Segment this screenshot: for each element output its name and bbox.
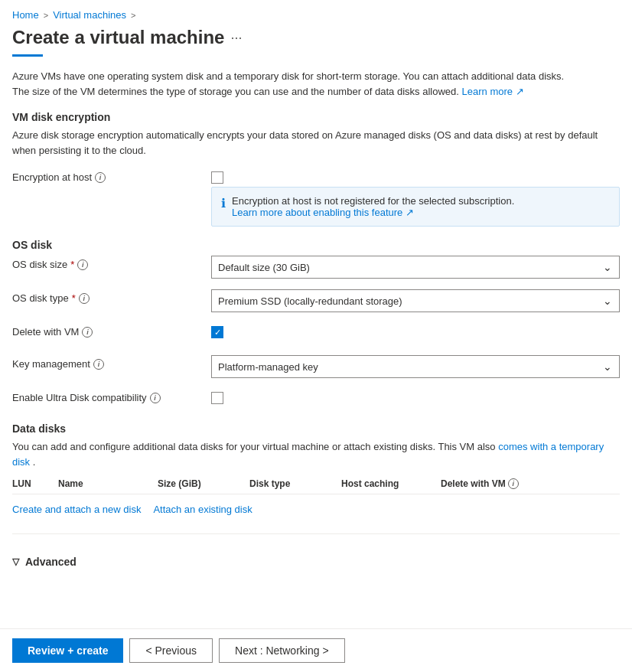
- previous-button[interactable]: < Previous: [129, 638, 213, 663]
- next-networking-button[interactable]: Next : Networking >: [219, 638, 345, 663]
- col-host-caching: Host caching: [341, 478, 441, 489]
- encryption-at-host-checkbox[interactable]: [211, 171, 223, 184]
- os-disk-section: OS disk OS disk size * i Default size (3…: [12, 239, 620, 410]
- tab-underline: [12, 54, 43, 57]
- encryption-at-host-row: Encryption at host i ℹ Encryption at hos…: [12, 168, 620, 227]
- info-box-icon: ℹ: [221, 196, 226, 210]
- footer: Review + create < Previous Next : Networ…: [0, 628, 632, 672]
- os-disk-type-select[interactable]: Premium SSD (locally-redundant storage) …: [211, 289, 620, 312]
- col-name: Name: [58, 478, 158, 489]
- delete-with-vm-label: Delete with VM i: [12, 323, 211, 338]
- key-management-row: Key management i Platform-managed key Cu…: [12, 355, 620, 378]
- delete-with-vm-checkbox[interactable]: [211, 326, 223, 338]
- key-management-control[interactable]: Platform-managed key Customer-managed ke…: [211, 355, 620, 378]
- intro-text: Azure VMs have one operating system disk…: [12, 69, 620, 99]
- os-disk-size-required: *: [70, 259, 74, 270]
- data-disks-title: Data disks: [12, 422, 620, 435]
- breadcrumb-separator-2: >: [131, 11, 135, 20]
- breadcrumb-virtual-machines[interactable]: Virtual machines: [53, 9, 126, 21]
- ultra-disk-row: Enable Ultra Disk compatibility i: [12, 389, 620, 410]
- advanced-chevron-icon: ▽: [12, 556, 19, 567]
- vm-disk-encryption-section: VM disk encryption Azure disk storage en…: [12, 111, 620, 227]
- data-disks-table-header: LUN Name Size (GiB) Disk type Host cachi…: [12, 478, 620, 494]
- delete-with-vm-col-info-icon[interactable]: i: [508, 478, 519, 489]
- os-disk-type-label: OS disk type * i: [12, 289, 211, 304]
- encryption-at-host-info-icon[interactable]: i: [95, 172, 106, 183]
- os-disk-type-info-icon[interactable]: i: [79, 293, 90, 304]
- os-disk-type-required: *: [72, 292, 76, 304]
- delete-with-vm-info-icon[interactable]: i: [82, 327, 93, 338]
- data-disks-section: Data disks You can add and configure add…: [12, 422, 620, 515]
- breadcrumb: Home > Virtual machines >: [0, 0, 632, 27]
- col-size: Size (GiB): [158, 478, 249, 489]
- create-attach-disk-link[interactable]: Create and attach a new disk: [12, 504, 141, 515]
- os-disk-type-row: OS disk type * i Premium SSD (locally-re…: [12, 289, 620, 312]
- learn-more-encryption-link[interactable]: Learn more about enabling this feature ↗: [232, 207, 414, 218]
- os-disk-size-info-icon[interactable]: i: [77, 259, 88, 270]
- delete-with-vm-row: Delete with VM i: [12, 323, 620, 344]
- col-lun: LUN: [12, 478, 58, 489]
- advanced-header[interactable]: ▽ Advanced: [12, 546, 620, 577]
- ultra-disk-info-icon[interactable]: i: [150, 393, 161, 403]
- os-disk-size-select[interactable]: Default size (30 GiB) 32 GiB (P4, S4) 64…: [211, 256, 620, 279]
- delete-with-vm-control: [211, 323, 620, 338]
- os-disk-title: OS disk: [12, 239, 620, 251]
- ultra-disk-control: [211, 389, 620, 404]
- data-disks-desc: You can add and configure additional dat…: [12, 439, 620, 469]
- breadcrumb-separator-1: >: [44, 11, 48, 20]
- col-disk-type: Disk type: [249, 478, 341, 489]
- os-disk-size-row: OS disk size * i Default size (30 GiB) 3…: [12, 256, 620, 279]
- encryption-at-host-label: Encryption at host i: [12, 168, 211, 183]
- vm-disk-encryption-title: VM disk encryption: [12, 111, 620, 123]
- learn-more-link[interactable]: Learn more ↗: [462, 86, 524, 97]
- key-management-label: Key management i: [12, 355, 211, 370]
- advanced-title: Advanced: [25, 556, 77, 568]
- ultra-disk-label: Enable Ultra Disk compatibility i: [12, 389, 211, 403]
- breadcrumb-home[interactable]: Home: [12, 9, 39, 21]
- table-actions: Create and attach a new disk Attach an e…: [12, 501, 620, 515]
- attach-existing-disk-link[interactable]: Attach an existing disk: [153, 504, 252, 515]
- key-management-select[interactable]: Platform-managed key Customer-managed ke…: [211, 355, 620, 378]
- encryption-at-host-control: ℹ Encryption at host is not registered f…: [211, 168, 620, 227]
- more-options-icon[interactable]: ···: [230, 30, 242, 46]
- os-disk-size-label: OS disk size * i: [12, 256, 211, 270]
- ultra-disk-checkbox[interactable]: [211, 392, 223, 404]
- vm-disk-encryption-desc: Azure disk storage encryption automatica…: [12, 128, 620, 158]
- section-divider: [12, 533, 620, 534]
- advanced-section: ▽ Advanced: [12, 546, 620, 577]
- page-title-area: Create a virtual machine ···: [0, 27, 632, 54]
- page-title: Create a virtual machine: [12, 27, 224, 48]
- review-create-button[interactable]: Review + create: [12, 638, 123, 663]
- os-disk-size-control[interactable]: Default size (30 GiB) 32 GiB (P4, S4) 64…: [211, 256, 620, 279]
- os-disk-type-control[interactable]: Premium SSD (locally-redundant storage) …: [211, 289, 620, 312]
- encryption-info-box: ℹ Encryption at host is not registered f…: [211, 187, 620, 227]
- col-delete-with-vm: Delete with VM i: [441, 478, 548, 489]
- key-management-info-icon[interactable]: i: [93, 359, 104, 370]
